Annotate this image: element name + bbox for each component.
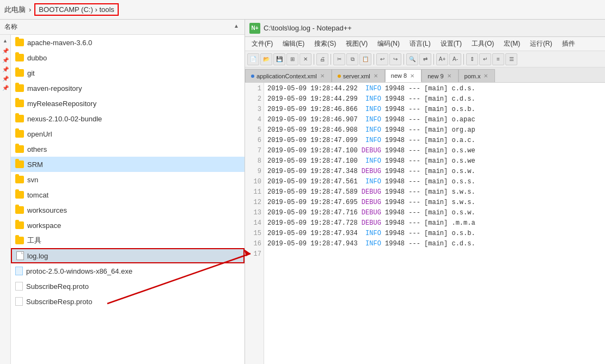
toolbar-redo[interactable]: ↪ bbox=[389, 53, 401, 65]
pc-label[interactable]: 此电脑 bbox=[4, 5, 26, 15]
folder-tomcat[interactable]: tomcat bbox=[11, 187, 245, 202]
toolbar-sep-3 bbox=[374, 54, 374, 65]
toolbar-zoom-out[interactable]: A- bbox=[449, 53, 461, 65]
line-number: 6 bbox=[247, 135, 261, 146]
file-protoc-exe[interactable]: protoc-2.5.0-windows-x86_64.exe bbox=[11, 263, 245, 279]
menu-encode[interactable]: 编码(N) bbox=[373, 38, 404, 50]
scroll-up-arrow[interactable]: ▲ bbox=[3, 37, 8, 45]
pin-icon-2[interactable]: 📌 bbox=[2, 57, 9, 63]
toolbar-find[interactable]: 🔍 bbox=[406, 53, 418, 65]
log-line[interactable]: 2019-05-09 19:28:47.589 DEBUG 19948 --- … bbox=[267, 187, 602, 198]
file-explorer: 名称 ▲ ▲ 📌 📌 📌 📌 📌 apache-maven-3.6.0 bbox=[0, 20, 245, 364]
menu-settings[interactable]: 设置(T) bbox=[436, 38, 466, 50]
folder-openurl[interactable]: openUrl bbox=[11, 126, 245, 141]
menu-plugin[interactable]: 插件 bbox=[558, 38, 579, 50]
code-content[interactable]: 2019-05-09 19:28:44.292 INFO 19948 --- [… bbox=[264, 83, 605, 364]
tab-close-btn[interactable]: ✕ bbox=[319, 72, 326, 79]
folder-dubbo[interactable]: dubbo bbox=[11, 50, 245, 65]
menu-edit[interactable]: 编辑(E) bbox=[278, 38, 309, 50]
line-number: 11 bbox=[247, 187, 261, 198]
toolbar-indent[interactable]: ≡ bbox=[492, 53, 504, 65]
folder-worksources[interactable]: worksources bbox=[11, 202, 245, 218]
toolbar-paste[interactable]: 📋 bbox=[359, 53, 371, 65]
pin-icon-4[interactable]: 📌 bbox=[2, 76, 9, 82]
log-line[interactable]: 2019-05-09 19:28:47.728 DEBUG 19948 --- … bbox=[267, 218, 602, 229]
tab-close-btn[interactable]: ✕ bbox=[482, 72, 489, 79]
tab-close-btn[interactable]: ✕ bbox=[409, 72, 415, 79]
proto-file-icon bbox=[15, 297, 23, 306]
toolbar-sep-4 bbox=[404, 54, 404, 65]
line-number: 4 bbox=[247, 115, 261, 125]
folder-icon bbox=[15, 206, 24, 214]
menu-macro[interactable]: 宏(M) bbox=[499, 38, 524, 50]
menu-run[interactable]: 运行(R) bbox=[525, 38, 557, 50]
menu-search[interactable]: 搜索(S) bbox=[310, 38, 340, 50]
toolbar-zoom-in[interactable]: A+ bbox=[436, 53, 448, 65]
log-line[interactable]: 2019-05-09 19:28:46.908 INFO 19948 --- [… bbox=[267, 125, 602, 135]
toolbar-cut[interactable]: ✂ bbox=[333, 53, 345, 65]
folder-tools-cn[interactable]: 工具 bbox=[11, 233, 245, 248]
log-line[interactable]: 2019-05-09 19:28:47.348 DEBUG 19948 --- … bbox=[267, 166, 602, 177]
toolbar-print[interactable]: 🖨 bbox=[316, 53, 328, 65]
toolbar-copy[interactable]: ⧉ bbox=[346, 53, 358, 65]
toolbar-undo[interactable]: ↩ bbox=[376, 53, 388, 65]
folder-others[interactable]: others bbox=[11, 141, 245, 157]
line-number: 8 bbox=[247, 156, 261, 166]
menu-file[interactable]: 文件(F) bbox=[247, 38, 277, 50]
folder-workspace[interactable]: workspace bbox=[11, 218, 245, 233]
breadcrumb-drive[interactable]: BOOTCAMP (C:) › tools bbox=[34, 3, 119, 16]
pin-icon-3[interactable]: 📌 bbox=[2, 66, 9, 72]
log-line[interactable]: 2019-05-09 19:28:44.299 INFO 19948 --- [… bbox=[267, 94, 602, 104]
toolbar-format[interactable]: ☰ bbox=[505, 53, 517, 65]
log-line[interactable]: 2019-05-09 19:28:47.100 DEBUG 19948 --- … bbox=[267, 146, 602, 156]
toolbar-open[interactable]: 📂 bbox=[260, 53, 272, 65]
folder-apache-maven[interactable]: apache-maven-3.6.0 bbox=[11, 35, 245, 50]
log-line[interactable]: 2019-05-09 19:28:44.292 INFO 19948 --- [… bbox=[267, 84, 602, 94]
tab-pom[interactable]: pom.x ✕ bbox=[459, 69, 496, 82]
toolbar-sync-scroll[interactable]: ⇕ bbox=[466, 53, 478, 65]
log-line[interactable]: 2019-05-09 19:28:47.943 INFO 19948 --- [… bbox=[267, 239, 602, 249]
log-line[interactable]: 2019-05-09 19:28:47.100 INFO 19948 --- [… bbox=[267, 156, 602, 166]
tab-dot bbox=[338, 75, 341, 78]
file-subscribe-resp[interactable]: SubscribeResp.proto bbox=[11, 294, 245, 309]
tab-server-xml[interactable]: server.xml ✕ bbox=[332, 69, 385, 82]
menu-tools[interactable]: 工具(O) bbox=[467, 38, 498, 50]
notepad-tabs: applicationContext.xml ✕ server.xml ✕ ne… bbox=[245, 67, 605, 83]
menu-view[interactable]: 视图(V) bbox=[341, 38, 372, 50]
folder-srm[interactable]: SRM bbox=[11, 157, 245, 172]
log-line[interactable] bbox=[267, 249, 602, 260]
pin-icon-5[interactable]: 📌 bbox=[2, 85, 9, 91]
log-line[interactable]: 2019-05-09 19:28:47.716 DEBUG 19948 --- … bbox=[267, 208, 602, 218]
log-line[interactable]: 2019-05-09 19:28:47.695 DEBUG 19948 --- … bbox=[267, 198, 602, 208]
folder-nexus[interactable]: nexus-2.10.0-02-bundle bbox=[11, 111, 245, 126]
line-number: 17 bbox=[247, 249, 261, 260]
folder-icon bbox=[15, 69, 24, 77]
folder-myrelease[interactable]: myReleaseRepository bbox=[11, 96, 245, 111]
log-line[interactable]: 2019-05-09 19:28:46.907 INFO 19948 --- [… bbox=[267, 115, 602, 125]
toolbar-save[interactable]: 💾 bbox=[273, 53, 285, 65]
log-line[interactable]: 2019-05-09 19:28:47.099 INFO 19948 --- [… bbox=[267, 135, 602, 146]
main-wrapper: 名称 ▲ ▲ 📌 📌 📌 📌 📌 apache-maven-3.6.0 bbox=[0, 20, 605, 364]
log-line[interactable]: 2019-05-09 19:28:47.561 INFO 19948 --- [… bbox=[267, 177, 602, 187]
file-subscribe-req[interactable]: SubscribeReq.proto bbox=[11, 279, 245, 294]
toolbar-new[interactable]: 📄 bbox=[247, 53, 259, 65]
folder-maven-repository[interactable]: maven-repository bbox=[11, 81, 245, 96]
sort-icon[interactable]: ▲ bbox=[234, 23, 239, 29]
file-log-log[interactable]: log.log bbox=[11, 248, 245, 263]
log-line[interactable]: 2019-05-09 19:28:47.934 INFO 19948 --- [… bbox=[267, 229, 602, 239]
folder-icon bbox=[15, 191, 24, 199]
toolbar-save-all[interactable]: ⊞ bbox=[286, 53, 298, 65]
toolbar-close[interactable]: ✕ bbox=[300, 53, 311, 65]
log-line[interactable]: 2019-05-09 19:28:46.866 INFO 19948 --- [… bbox=[267, 104, 602, 115]
folder-svn[interactable]: svn bbox=[11, 172, 245, 187]
tab-application-context[interactable]: applicationContext.xml ✕ bbox=[245, 69, 332, 82]
menu-lang[interactable]: 语言(L) bbox=[405, 38, 435, 50]
tab-close-btn[interactable]: ✕ bbox=[372, 72, 379, 79]
pin-icon-1[interactable]: 📌 bbox=[2, 48, 9, 54]
folder-git[interactable]: git bbox=[11, 65, 245, 81]
tab-close-btn[interactable]: ✕ bbox=[446, 72, 453, 79]
toolbar-word-wrap[interactable]: ↵ bbox=[479, 53, 491, 65]
tab-new9[interactable]: new 9 ✕ bbox=[421, 69, 458, 82]
tab-new8[interactable]: new 8 ✕ bbox=[385, 69, 421, 82]
toolbar-replace[interactable]: ⇄ bbox=[419, 53, 431, 65]
